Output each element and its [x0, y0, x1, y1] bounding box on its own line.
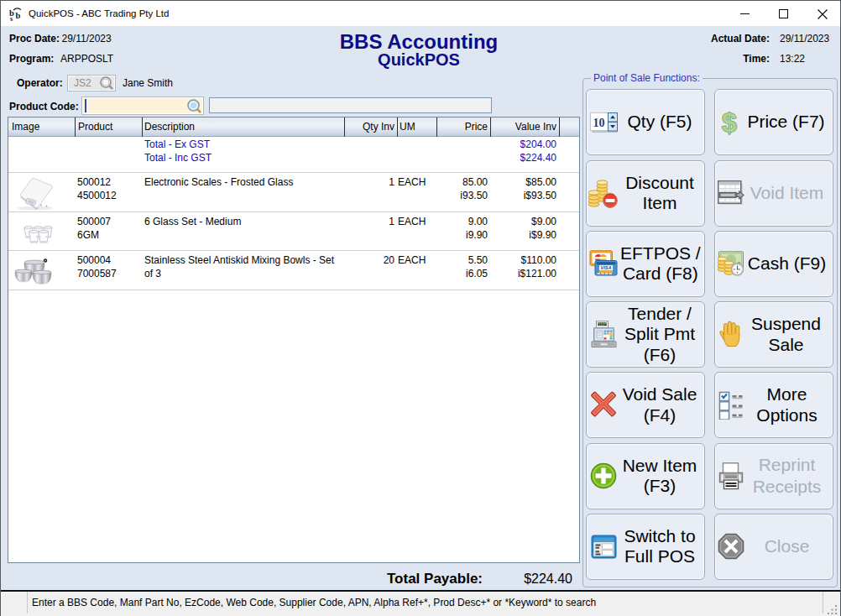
svg-text:s: s	[10, 15, 13, 23]
svg-text:10: 10	[593, 116, 604, 128]
svg-text:b: b	[16, 11, 21, 20]
svg-text:VISA: VISA	[601, 265, 612, 270]
svg-text:$: $	[722, 108, 737, 137]
